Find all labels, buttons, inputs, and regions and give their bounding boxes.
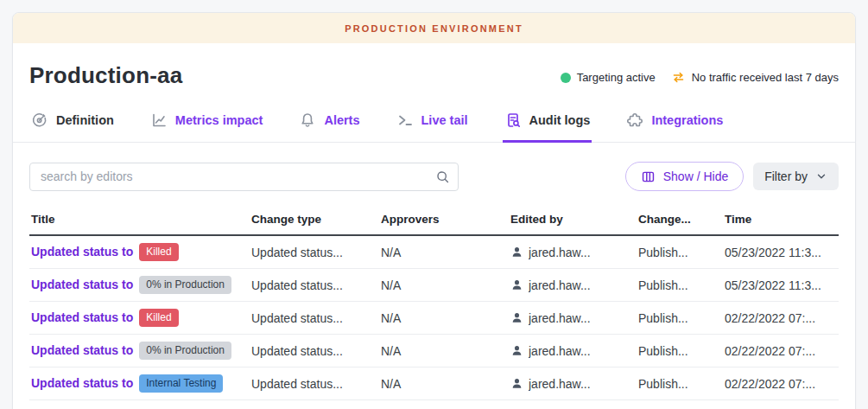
row-edited-by: jared.haw...	[529, 344, 591, 358]
row-title-link[interactable]: Updated status to	[31, 343, 133, 357]
show-hide-label: Show / Hide	[663, 169, 728, 183]
targeting-status-label: Targeting active	[577, 71, 656, 84]
page-header: Production-aa Targeting active No traffi…	[13, 43, 855, 106]
row-change-type: Updated status...	[251, 246, 381, 259]
status-badge: Killed	[139, 309, 178, 326]
row-approvers: N/A	[381, 344, 510, 358]
column-header-change-type[interactable]: Change type	[251, 213, 381, 226]
tab-audit-logs[interactable]: Audit logs	[503, 106, 592, 143]
tab-definition-label: Definition	[56, 113, 114, 127]
row-change: Publish...	[638, 344, 725, 358]
row-edited-by: jared.haw...	[529, 377, 591, 391]
row-approvers: N/A	[381, 311, 510, 325]
tab-integrations-label: Integrations	[651, 113, 723, 127]
targeting-status: Targeting active	[561, 71, 656, 84]
filter-by-button[interactable]: Filter by	[753, 163, 839, 190]
person-icon	[510, 311, 523, 324]
tab-metrics-impact[interactable]: Metrics impact	[149, 106, 265, 143]
puzzle-icon	[626, 112, 643, 129]
column-header-change[interactable]: Change...	[638, 213, 725, 226]
row-title-link[interactable]: Updated status to	[31, 245, 133, 259]
audit-log-icon	[504, 112, 522, 129]
row-edited-by: jared.haw...	[529, 246, 591, 259]
status-badge: Internal Testing	[139, 374, 223, 392]
table-row[interactable]: Updated status to 0% in Production Updat…	[29, 335, 839, 367]
tab-live-tail-label: Live tail	[421, 113, 468, 127]
traffic-status-label: No traffic received last 7 days	[692, 71, 839, 84]
row-edited-by: jared.haw...	[529, 311, 591, 325]
column-header-time[interactable]: Time	[725, 213, 839, 226]
toolbar: Show / Hide Filter by	[13, 143, 855, 201]
table-row[interactable]: Updated status to Killed Updated status.…	[29, 236, 839, 269]
column-header-edited-by[interactable]: Edited by	[510, 213, 638, 226]
row-time: 02/22/2022 07:...	[725, 311, 839, 325]
table-row[interactable]: Updated status to 0% in Production Updat…	[29, 269, 839, 302]
table-row[interactable]: Updated status to Internal Testing Updat…	[29, 367, 839, 400]
page-title: Production-aa	[29, 62, 182, 89]
tab-audit-logs-label: Audit logs	[529, 113, 591, 127]
row-change-type: Updated status...	[251, 311, 381, 325]
filter-by-label: Filter by	[764, 169, 808, 183]
bell-icon	[299, 112, 316, 129]
row-title-link[interactable]: Updated status to	[31, 310, 133, 324]
status-badge: Killed	[139, 243, 178, 260]
row-change: Publish...	[638, 278, 725, 292]
tab-alerts-label: Alerts	[324, 113, 359, 127]
tab-bar: Definition Metrics impact Alerts	[13, 106, 855, 143]
status-badge: 0% in Production	[139, 342, 231, 359]
search-icon	[435, 169, 450, 188]
status-badge: 0% in Production	[139, 276, 231, 293]
person-icon	[510, 246, 523, 259]
traffic-status: No traffic received last 7 days	[671, 70, 839, 85]
chevron-down-icon	[815, 170, 827, 182]
row-approvers: N/A	[381, 246, 510, 259]
columns-icon	[641, 169, 656, 184]
row-change: Publish...	[638, 377, 725, 391]
tab-integrations[interactable]: Integrations	[624, 106, 725, 143]
person-icon	[510, 344, 523, 357]
person-icon	[510, 278, 523, 291]
search-input[interactable]	[29, 163, 459, 191]
tab-metrics-impact-label: Metrics impact	[175, 113, 263, 127]
row-approvers: N/A	[381, 377, 510, 391]
environment-card: PRODUCTION ENVIRONMENT Production-aa Tar…	[12, 12, 856, 409]
status-group: Targeting active No traffic received las…	[561, 70, 839, 85]
column-header-approvers[interactable]: Approvers	[381, 213, 510, 226]
row-change-type: Updated status...	[251, 344, 381, 358]
terminal-icon	[396, 112, 414, 129]
row-approvers: N/A	[381, 278, 510, 292]
column-header-title[interactable]: Title	[29, 213, 251, 226]
line-chart-icon	[150, 112, 168, 129]
tab-live-tail[interactable]: Live tail	[395, 106, 470, 143]
search-wrap	[29, 163, 459, 191]
person-icon	[510, 377, 523, 390]
row-change: Publish...	[638, 311, 725, 325]
row-title-link[interactable]: Updated status to	[31, 278, 133, 291]
row-change: Publish...	[638, 246, 725, 259]
environment-banner: PRODUCTION ENVIRONMENT	[13, 13, 855, 43]
tab-definition[interactable]: Definition	[29, 106, 116, 143]
row-time: 05/23/2022 11:3...	[725, 246, 839, 259]
table-row[interactable]: Updated status to Killed Updated status.…	[29, 302, 839, 335]
row-edited-by: jared.haw...	[529, 278, 591, 292]
row-change-type: Updated status...	[251, 278, 381, 292]
show-hide-button[interactable]: Show / Hide	[625, 162, 744, 191]
tab-alerts[interactable]: Alerts	[297, 106, 361, 143]
row-time: 05/23/2022 11:3...	[725, 278, 839, 292]
green-dot-icon	[561, 73, 571, 83]
audit-log-table: Title Change type Approvers Edited by Ch…	[29, 201, 839, 400]
target-pen-icon	[31, 112, 48, 129]
row-time: 02/22/2022 07:...	[725, 344, 839, 358]
row-change-type: Updated status...	[251, 377, 381, 391]
row-title-link[interactable]: Updated status to	[31, 376, 133, 390]
table-header-row: Title Change type Approvers Edited by Ch…	[29, 201, 839, 236]
row-time: 02/22/2022 07:...	[725, 377, 839, 391]
swap-arrows-icon	[671, 70, 686, 85]
